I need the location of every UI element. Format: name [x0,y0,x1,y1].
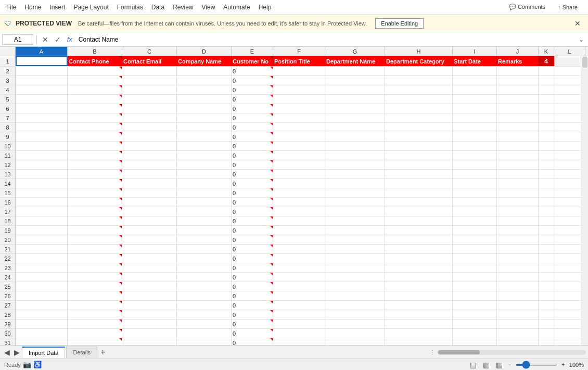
row-num-24[interactable]: 24 [0,273,16,282]
cell-b18[interactable] [68,216,122,225]
comments-button[interactable]: 💬 Comments [505,2,549,12]
col-header-a[interactable]: A [16,47,68,56]
cell-h9[interactable] [385,132,453,141]
cell-f31[interactable] [273,338,325,345]
cell-d14[interactable] [177,179,232,188]
cell-e7[interactable]: 0 [232,113,273,122]
cell-g26[interactable] [325,291,385,300]
cell-i12[interactable] [453,160,497,169]
cell-b17[interactable] [68,207,122,216]
cell-k3[interactable] [539,76,554,85]
cell-b28[interactable] [68,310,122,319]
cell-h25[interactable] [385,282,453,291]
cell-l10[interactable] [554,142,581,150]
cell-e16[interactable]: 0 [232,198,273,207]
cell-h27[interactable] [385,301,453,310]
cell-h14[interactable] [385,179,453,188]
formula-check-button[interactable]: ✓ [53,34,63,45]
menu-file[interactable]: File [2,2,20,13]
cell-e21[interactable]: 0 [232,245,273,253]
cell-a12[interactable] [16,160,68,169]
cell-e20[interactable]: 0 [232,235,273,244]
cell-f26[interactable] [273,291,325,300]
row-num-17[interactable]: 17 [0,207,16,216]
cell-f18[interactable] [273,216,325,225]
row-num-23[interactable]: 23 [0,263,16,272]
cell-h17[interactable] [385,207,453,216]
cell-f29[interactable] [273,320,325,328]
row-num-18[interactable]: 18 [0,216,16,225]
cell-e18[interactable]: 0 [232,216,273,225]
cell-l23[interactable] [554,263,581,272]
cell-h7[interactable] [385,113,453,122]
cell-f20[interactable] [273,235,325,244]
cell-e24[interactable]: 0 [232,273,273,282]
menu-help[interactable]: Help [254,2,276,13]
cell-i29[interactable] [453,320,497,328]
col-header-d[interactable]: D [177,47,232,56]
cell-k10[interactable] [539,142,554,150]
cell-e30[interactable]: 0 [232,329,273,338]
cell-g11[interactable] [325,151,385,160]
cell-k16[interactable] [539,198,554,207]
cell-f24[interactable] [273,273,325,282]
cell-f9[interactable] [273,132,325,141]
cell-j6[interactable] [497,104,539,113]
cell-f15[interactable] [273,188,325,197]
cell-h26[interactable] [385,291,453,300]
cell-g3[interactable] [325,76,385,85]
cell-k29[interactable] [539,320,554,328]
cell-i3[interactable] [453,76,497,85]
row-num-11[interactable]: 11 [0,151,16,160]
cell-a21[interactable] [16,245,68,253]
cell-c16[interactable] [122,198,177,207]
cell-g7[interactable] [325,113,385,122]
cell-a18[interactable] [16,216,68,225]
cell-g18[interactable] [325,216,385,225]
cell-g10[interactable] [325,142,385,150]
cell-h5[interactable] [385,95,453,104]
cell-b30[interactable] [68,329,122,338]
cell-k25[interactable] [539,282,554,291]
cell-c8[interactable] [122,123,177,132]
cell-d3[interactable] [177,76,232,85]
cell-d15[interactable] [177,188,232,197]
cell-f14[interactable] [273,179,325,188]
cell-l18[interactable] [554,216,581,225]
cell-c10[interactable] [122,142,177,150]
cell-c28[interactable] [122,310,177,319]
cell-c12[interactable] [122,160,177,169]
cell-k24[interactable] [539,273,554,282]
cell-g4[interactable] [325,85,385,94]
cell-j19[interactable] [497,226,539,235]
cell-e25[interactable]: 0 [232,282,273,291]
row-num-6[interactable]: 6 [0,104,16,113]
cell-f1[interactable]: Position Title [273,56,325,66]
cell-d17[interactable] [177,207,232,216]
cell-b14[interactable] [68,179,122,188]
cell-a5[interactable] [16,95,68,104]
cell-c20[interactable] [122,235,177,244]
cell-a6[interactable] [16,104,68,113]
cell-g22[interactable] [325,254,385,263]
cell-a10[interactable] [16,142,68,150]
formula-input[interactable] [76,35,574,44]
cell-l11[interactable] [554,151,581,160]
cell-d31[interactable] [177,338,232,345]
cell-l29[interactable] [554,320,581,328]
cell-l17[interactable] [554,207,581,216]
cell-g27[interactable] [325,301,385,310]
cell-d12[interactable] [177,160,232,169]
col-header-h[interactable]: H [385,47,453,56]
cell-a26[interactable] [16,291,68,300]
cell-i15[interactable] [453,188,497,197]
cell-a1[interactable]: Contact Name [16,56,68,66]
cell-h3[interactable] [385,76,453,85]
cell-k18[interactable] [539,216,554,225]
cell-d5[interactable] [177,95,232,104]
cell-a25[interactable] [16,282,68,291]
cell-b7[interactable] [68,113,122,122]
menu-view[interactable]: View [198,2,220,13]
cell-h8[interactable] [385,123,453,132]
cell-c25[interactable] [122,282,177,291]
